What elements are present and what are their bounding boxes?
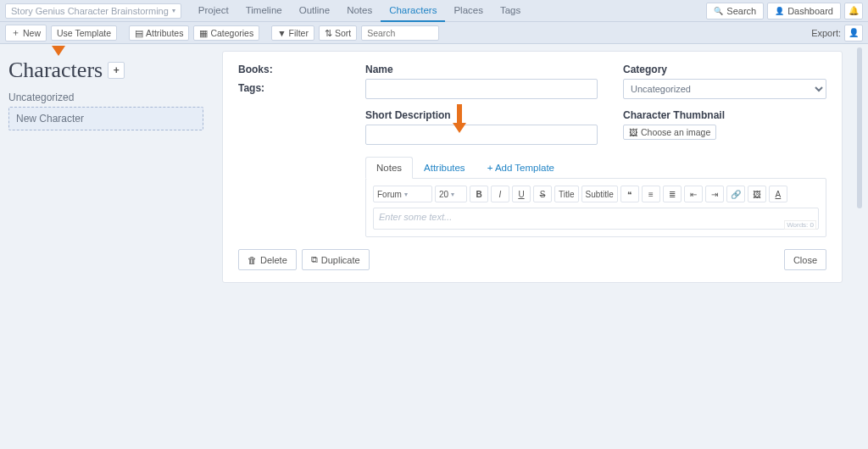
project-dropdown[interactable]: Story Genius Character Brainstorming ▾ [5, 3, 181, 19]
category-header: Uncategorized [8, 91, 203, 103]
sidebar: Characters + Uncategorized New Character [0, 44, 212, 449]
search-label: Search [726, 6, 756, 16]
nav-tab-tags[interactable]: Tags [492, 0, 529, 22]
export-button[interactable]: 👤 [844, 25, 863, 42]
add-character-button[interactable]: + [108, 62, 125, 79]
new-button[interactable]: ＋ New [5, 25, 47, 42]
choose-image-button[interactable]: 🖼 Choose an image [623, 125, 716, 140]
subtabs: Notes Attributes + Add Template [365, 157, 826, 179]
nav-tab-notes[interactable]: Notes [338, 0, 381, 22]
ordered-list-button[interactable]: ≡ [642, 186, 660, 202]
user-icon: 👤 [775, 7, 784, 15]
filter-icon: ▼ [277, 28, 286, 38]
attributes-label: Attributes [146, 28, 183, 38]
toolbar-search-input[interactable] [361, 25, 439, 41]
picture-icon: 🖼 [753, 190, 761, 199]
link-icon: 🔗 [731, 190, 741, 199]
bell-icon: 🔔 [849, 6, 859, 15]
rich-text-editor: Forum ▾ 20 ▾ B I U S Title [365, 178, 826, 237]
categories-label: Categories [210, 28, 253, 38]
page-title: Characters [8, 58, 103, 83]
dashboard-label: Dashboard [787, 6, 833, 16]
font-value: Forum [377, 190, 402, 199]
use-template-label: Use Template [57, 28, 111, 38]
subtitle-style-button[interactable]: Subtitle [581, 186, 618, 202]
copy-icon: ⧉ [311, 254, 318, 265]
books-label: Books: [238, 64, 340, 75]
filter-button[interactable]: ▼ Filter [271, 25, 314, 41]
quote-icon: ❝ [627, 190, 632, 199]
quote-button[interactable]: ❝ [620, 186, 639, 202]
indent-button[interactable]: ⇥ [705, 186, 724, 202]
outdent-button[interactable]: ⇤ [684, 186, 703, 202]
name-input[interactable] [365, 79, 598, 99]
close-label: Close [793, 255, 817, 265]
indent-icon: ⇥ [711, 190, 718, 199]
title-style-button[interactable]: Title [554, 186, 579, 202]
editor-placeholder: Enter some text... [379, 212, 452, 222]
attributes-button[interactable]: ▤ Attributes [129, 25, 189, 41]
sort-label: Sort [335, 28, 351, 38]
sidebar-item-new-character[interactable]: New Character [8, 107, 203, 130]
underline-button[interactable]: U [512, 186, 531, 202]
list-icon: ▤ [135, 28, 143, 38]
grid-icon: ▦ [199, 28, 208, 38]
caret-down-icon: ▾ [451, 191, 454, 198]
thumbnail-label: Character Thumbnail [623, 109, 826, 121]
nav-tab-outline[interactable]: Outline [291, 0, 338, 22]
insert-image-button[interactable]: 🖼 [748, 186, 766, 202]
tags-label: Tags: [238, 82, 340, 94]
size-value: 20 [439, 190, 448, 199]
ol-icon: ≡ [648, 190, 654, 199]
editor-body[interactable]: Enter some text... Words: 0 [373, 208, 819, 230]
close-button[interactable]: Close [784, 249, 826, 270]
categories-button[interactable]: ▦ Categories [193, 25, 259, 41]
duplicate-label: Duplicate [321, 255, 360, 265]
strike-button[interactable]: S [533, 186, 552, 202]
short-desc-label: Short Description [365, 109, 598, 121]
sort-icon: ⇅ [325, 28, 332, 38]
link-button[interactable]: 🔗 [726, 186, 745, 202]
delete-button[interactable]: 🗑 Delete [238, 249, 297, 270]
category-select[interactable]: Uncategorized [623, 79, 826, 99]
search-icon: 🔍 [714, 7, 723, 15]
nav-tab-places[interactable]: Places [445, 0, 492, 22]
global-search-button[interactable]: 🔍 Search [706, 3, 764, 19]
subtab-add-template[interactable]: + Add Template [476, 157, 565, 179]
font-select[interactable]: Forum ▾ [373, 186, 432, 202]
category-field-label: Category [623, 64, 826, 75]
toolbar: ＋ New Use Template ▤ Attributes ▦ Catego… [0, 22, 868, 44]
image-icon: 🖼 [629, 127, 638, 137]
italic-button[interactable]: I [491, 186, 509, 202]
caret-down-icon: ▾ [404, 191, 408, 198]
user-export-icon: 👤 [849, 28, 859, 37]
nav-tabs: Project Timeline Outline Notes Character… [190, 0, 529, 22]
notifications-button[interactable]: 🔔 [844, 3, 863, 19]
text-color-button[interactable]: A [769, 186, 787, 202]
nav-tab-timeline[interactable]: Timeline [237, 0, 291, 22]
sort-button[interactable]: ⇅ Sort [319, 25, 357, 41]
sidebar-item-label: New Character [16, 113, 84, 125]
nav-tab-project[interactable]: Project [190, 0, 237, 22]
unordered-list-button[interactable]: ≣ [663, 186, 682, 202]
scrollbar-thumb[interactable] [857, 47, 862, 208]
delete-label: Delete [260, 255, 287, 265]
size-select[interactable]: 20 ▾ [435, 186, 467, 202]
nav-tab-characters[interactable]: Characters [381, 0, 445, 22]
character-card: Books: Tags: Name Short Description Cate… [222, 51, 843, 283]
word-count: Words: 0 [784, 220, 816, 230]
short-desc-input[interactable] [365, 125, 598, 145]
filter-label: Filter [289, 28, 309, 38]
duplicate-button[interactable]: ⧉ Duplicate [302, 249, 370, 270]
outdent-icon: ⇤ [690, 190, 697, 199]
dashboard-button[interactable]: 👤 Dashboard [767, 3, 841, 19]
trash-icon: 🗑 [248, 255, 257, 265]
choose-image-label: Choose an image [641, 127, 710, 137]
subtab-attributes[interactable]: Attributes [413, 157, 476, 179]
ul-icon: ≣ [669, 190, 676, 199]
bold-button[interactable]: B [470, 186, 488, 202]
use-template-button[interactable]: Use Template [51, 25, 117, 41]
plus-icon: ＋ [11, 27, 20, 39]
export-label: Export: [811, 28, 841, 38]
subtab-notes[interactable]: Notes [365, 157, 413, 179]
